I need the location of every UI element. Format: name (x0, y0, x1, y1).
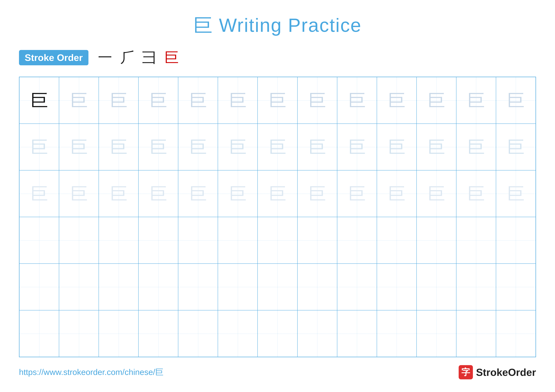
grid-cell[interactable] (496, 217, 536, 264)
grid-cell[interactable]: 巨 (416, 170, 456, 217)
stroke-1: 一 (98, 48, 112, 67)
grid-cell[interactable] (59, 264, 99, 310)
grid-cell[interactable]: 巨 (377, 77, 416, 124)
grid-cell[interactable]: 巨 (496, 170, 536, 217)
grid-cell[interactable] (258, 264, 297, 310)
grid-cell[interactable] (337, 217, 377, 264)
grid-cell[interactable]: 巨 (337, 124, 377, 170)
grid-cell[interactable]: 巨 (178, 170, 218, 217)
grid-cell[interactable]: 巨 (99, 124, 139, 170)
practice-grid: 巨 巨 巨 巨 巨 巨 巨 巨 巨 巨 巨 巨 巨 巨 巨 巨 巨 巨 巨 巨 … (19, 77, 536, 357)
grid-cell[interactable] (456, 310, 496, 357)
grid-cell[interactable] (139, 264, 178, 310)
grid-cell[interactable] (178, 310, 218, 357)
grid-cell[interactable] (337, 310, 377, 357)
grid-cell[interactable]: 巨 (19, 124, 59, 170)
grid-cell[interactable]: 巨 (59, 170, 99, 217)
practice-char: 巨 (388, 185, 405, 202)
grid-cell[interactable]: 巨 (456, 124, 496, 170)
grid-cell[interactable]: 巨 (178, 124, 218, 170)
grid-cell[interactable]: 巨 (218, 170, 258, 217)
grid-cell[interactable] (178, 264, 218, 310)
grid-cell[interactable] (99, 217, 139, 264)
grid-cell[interactable] (377, 264, 416, 310)
practice-char: 巨 (348, 138, 366, 156)
grid-cell[interactable] (218, 264, 258, 310)
grid-cell[interactable] (19, 310, 59, 357)
grid-cell[interactable]: 巨 (337, 77, 377, 124)
practice-char: 巨 (308, 92, 326, 109)
grid-cell[interactable]: 巨 (218, 124, 258, 170)
practice-char: 巨 (388, 92, 405, 109)
grid-cell[interactable] (139, 217, 178, 264)
practice-char: 巨 (308, 185, 326, 202)
grid-cell[interactable]: 巨 (218, 77, 258, 124)
grid-cell[interactable] (59, 217, 99, 264)
grid-cell[interactable] (139, 310, 178, 357)
practice-char: 巨 (30, 185, 48, 202)
grid-cell[interactable] (416, 217, 456, 264)
stroke-order-row: Stroke Order 一 ⺁ 彐 巨 (19, 48, 536, 67)
grid-cell[interactable]: 巨 (178, 77, 218, 124)
grid-cell[interactable] (297, 310, 337, 357)
grid-cell[interactable]: 巨 (139, 124, 178, 170)
grid-cell[interactable] (218, 217, 258, 264)
grid-cell[interactable] (258, 217, 297, 264)
grid-cell[interactable] (377, 217, 416, 264)
footer-url[interactable]: https://www.strokeorder.com/chinese/巨 (19, 367, 163, 378)
practice-char: 巨 (428, 138, 445, 156)
grid-cell[interactable] (99, 264, 139, 310)
practice-char: 巨 (70, 92, 88, 109)
grid-cell[interactable] (456, 264, 496, 310)
grid-cell[interactable]: 巨 (139, 170, 178, 217)
grid-cell[interactable] (178, 217, 218, 264)
practice-char: 巨 (269, 138, 286, 156)
grid-cell[interactable]: 巨 (416, 77, 456, 124)
grid-cell[interactable] (337, 264, 377, 310)
grid-cell[interactable] (218, 310, 258, 357)
practice-char: 巨 (467, 138, 485, 156)
grid-cell[interactable]: 巨 (416, 124, 456, 170)
grid-cell[interactable]: 巨 (19, 170, 59, 217)
grid-cell[interactable]: 巨 (99, 77, 139, 124)
grid-cell[interactable] (19, 217, 59, 264)
grid-cell[interactable] (59, 310, 99, 357)
grid-cell[interactable]: 巨 (258, 77, 297, 124)
grid-cell[interactable] (297, 264, 337, 310)
practice-char: 巨 (269, 185, 286, 202)
grid-cell[interactable] (258, 310, 297, 357)
grid-cell[interactable] (19, 264, 59, 310)
practice-char: 巨 (229, 138, 247, 156)
grid-cell[interactable] (99, 310, 139, 357)
grid-cell[interactable]: 巨 (496, 124, 536, 170)
grid-cell[interactable]: 巨 (297, 170, 337, 217)
grid-cell[interactable]: 巨 (19, 77, 59, 124)
grid-cell[interactable]: 巨 (258, 170, 297, 217)
grid-cell[interactable]: 巨 (337, 170, 377, 217)
grid-cell[interactable]: 巨 (99, 170, 139, 217)
grid-cell[interactable]: 巨 (139, 77, 178, 124)
page: 巨 Writing Practice Stroke Order 一 ⺁ 彐 巨 … (0, 0, 555, 392)
grid-cell[interactable] (456, 217, 496, 264)
grid-cell[interactable] (377, 310, 416, 357)
grid-cell[interactable] (416, 264, 456, 310)
grid-cell[interactable]: 巨 (59, 124, 99, 170)
grid-cell[interactable] (496, 310, 536, 357)
grid-cell[interactable]: 巨 (258, 124, 297, 170)
grid-cell[interactable]: 巨 (377, 170, 416, 217)
grid-cell[interactable] (496, 264, 536, 310)
logo-icon: 字 (459, 365, 473, 379)
grid-cell[interactable]: 巨 (297, 124, 337, 170)
practice-char: 巨 (467, 185, 485, 202)
grid-cell[interactable]: 巨 (377, 124, 416, 170)
grid-cell[interactable]: 巨 (496, 77, 536, 124)
grid-cell[interactable]: 巨 (456, 170, 496, 217)
practice-char: 巨 (110, 138, 127, 156)
logo-text: StrokeOrder (476, 366, 536, 378)
practice-char: 巨 (348, 92, 366, 109)
grid-cell[interactable]: 巨 (456, 77, 496, 124)
grid-cell[interactable] (297, 217, 337, 264)
grid-cell[interactable]: 巨 (297, 77, 337, 124)
grid-cell[interactable]: 巨 (59, 77, 99, 124)
grid-cell[interactable] (416, 310, 456, 357)
